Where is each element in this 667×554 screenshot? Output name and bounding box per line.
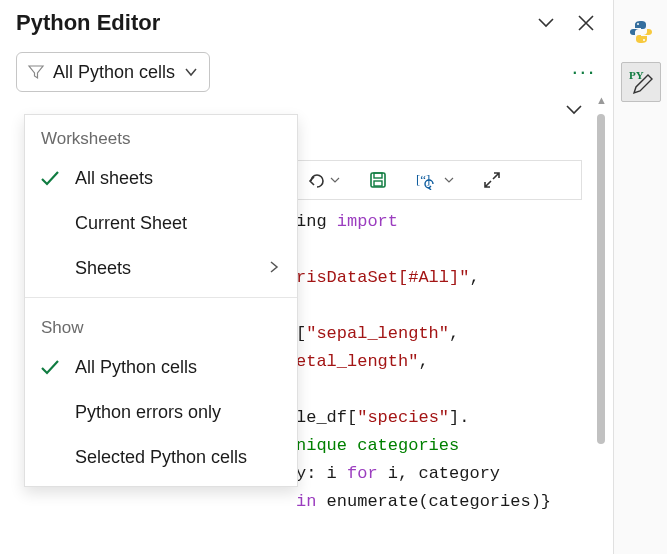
chevron-right-icon xyxy=(267,258,281,279)
filter-icon xyxy=(27,63,45,81)
cell-toolbar: [“] xyxy=(296,160,582,200)
output-type-button[interactable]: [“] xyxy=(416,170,454,190)
expand-button[interactable] xyxy=(482,170,502,190)
vertical-scrollbar[interactable]: ▲ xyxy=(596,100,606,530)
cell-collapse-button[interactable] xyxy=(564,100,584,124)
filter-dropdown[interactable]: All Python cells xyxy=(16,52,210,92)
dropdown-item-python-errors-only[interactable]: Python errors only xyxy=(25,390,297,435)
dropdown-item-label: Python errors only xyxy=(75,402,281,423)
svg-point-4 xyxy=(637,23,639,25)
dropdown-item-all-sheets[interactable]: All sheets xyxy=(25,155,297,201)
close-pane-button[interactable] xyxy=(574,11,598,35)
code-text: ing import risDataSet[#All]", ["sepal_le… xyxy=(296,212,551,511)
dropdown-item-current-sheet[interactable]: Current Sheet xyxy=(25,201,297,246)
dropdown-item-all-python-cells[interactable]: All Python cells xyxy=(25,344,297,390)
pane-title: Python Editor xyxy=(16,10,160,36)
python-logo-icon xyxy=(628,19,654,45)
more-options-button[interactable]: ··· xyxy=(572,59,596,85)
filter-dropdown-popup: Worksheets All sheets Current Sheet Shee… xyxy=(24,114,298,487)
dropdown-item-label: Current Sheet xyxy=(75,213,281,234)
dropdown-item-label: Sheets xyxy=(75,258,257,279)
py-edit-icon: PY xyxy=(624,65,658,99)
dropdown-item-label: All sheets xyxy=(75,168,281,189)
svg-rect-2 xyxy=(374,181,382,186)
undo-button[interactable] xyxy=(306,169,340,191)
dropdown-item-selected-python-cells[interactable]: Selected Python cells xyxy=(25,435,297,480)
chevron-down-icon xyxy=(183,64,199,80)
dropdown-section-show: Show xyxy=(25,304,297,344)
svg-point-5 xyxy=(643,39,645,41)
dropdown-section-worksheets: Worksheets xyxy=(25,115,297,155)
scroll-thumb[interactable] xyxy=(597,114,605,444)
save-button[interactable] xyxy=(368,170,388,190)
dropdown-item-sheets-submenu[interactable]: Sheets xyxy=(25,246,297,291)
pane-header: Python Editor xyxy=(0,0,612,42)
divider xyxy=(25,297,297,298)
collapse-pane-button[interactable] xyxy=(534,11,558,35)
dropdown-item-label: Selected Python cells xyxy=(75,447,281,468)
svg-rect-0 xyxy=(371,173,385,187)
rail-python-button[interactable] xyxy=(621,12,661,52)
check-icon xyxy=(39,167,65,189)
save-icon xyxy=(368,170,388,190)
scroll-up-arrow-icon: ▲ xyxy=(596,94,606,106)
chevron-down-icon xyxy=(536,13,556,33)
chevron-down-icon xyxy=(330,175,340,185)
rail-py-editor-button[interactable]: PY xyxy=(621,62,661,102)
check-icon xyxy=(39,356,65,378)
right-rail: PY xyxy=(613,0,667,554)
pane-header-actions xyxy=(534,11,598,35)
filter-dropdown-label: All Python cells xyxy=(53,62,175,83)
chevron-down-icon xyxy=(444,175,454,185)
close-icon xyxy=(577,14,595,32)
code-editor[interactable]: ing import risDataSet[#All]", ["sepal_le… xyxy=(296,208,582,516)
output-type-icon: [“] xyxy=(416,170,442,190)
expand-icon xyxy=(482,170,502,190)
chevron-down-icon xyxy=(564,100,584,120)
undo-icon xyxy=(306,169,328,191)
filter-row: All Python cells ··· xyxy=(0,42,612,100)
dropdown-item-label: All Python cells xyxy=(75,357,281,378)
svg-text:PY: PY xyxy=(629,69,644,81)
